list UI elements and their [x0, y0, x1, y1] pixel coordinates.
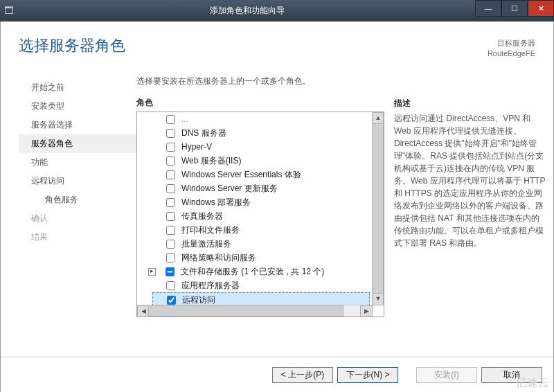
sidebar-step-3[interactable]: 服务器角色: [19, 134, 136, 153]
install-button[interactable]: 安装(I): [416, 367, 477, 383]
role-checkbox[interactable]: [166, 143, 175, 152]
role-text: 批量激活服务: [181, 238, 231, 250]
role-checkbox[interactable]: [166, 129, 175, 138]
role-text: Windows 部署服务: [181, 197, 251, 208]
description-label: 描述: [394, 98, 546, 112]
role-checkbox[interactable]: [166, 212, 175, 221]
sidebar-step-8: 结果: [19, 228, 136, 247]
description-column: 描述 远程访问通过 DirectAccess、VPN 和 Web 应用程序代理提…: [384, 75, 546, 344]
role-checkbox[interactable]: [166, 184, 175, 193]
role-item-0[interactable]: DNS 服务器: [152, 126, 373, 140]
role-text: 打印和文件服务: [181, 224, 240, 236]
role-item-7[interactable]: 打印和文件服务: [152, 223, 373, 237]
page-header: 选择服务器角色 目标服务器 RouteEdgeFE: [1, 21, 553, 75]
role-text: 传真服务器: [181, 211, 223, 222]
role-text: DNS 服务器: [181, 127, 226, 139]
role-checkbox[interactable]: [166, 267, 175, 276]
footer: < 上一步(P) 下一步(N) > 安装(I) 取消: [1, 357, 553, 392]
instruction-text: 选择要安装在所选服务器上的一个或多个角色。: [136, 75, 384, 97]
client-area: 选择服务器角色 目标服务器 RouteEdgeFE 开始之前安装类型服务器选择服…: [0, 21, 554, 392]
scroll-down-icon[interactable]: ▼: [373, 293, 384, 305]
role-text: Windows Server 更新服务: [181, 183, 278, 195]
horizontal-scrollbar[interactable]: ◀ ▶: [137, 305, 373, 317]
destination-value: RouteEdgeFE: [488, 48, 535, 59]
close-button[interactable]: ✕: [528, 0, 554, 17]
role-item-6[interactable]: 传真服务器: [152, 209, 373, 223]
role-checkbox[interactable]: [166, 157, 175, 166]
role-item-8[interactable]: 批量激活服务: [152, 237, 373, 251]
sidebar-step-0[interactable]: 开始之前: [19, 78, 136, 97]
sidebar-step-1[interactable]: 安装类型: [19, 97, 136, 116]
role-text: Web 服务器(IIS): [181, 155, 241, 167]
scroll-right-icon[interactable]: ▶: [360, 305, 373, 317]
main-columns: 开始之前安装类型服务器选择服务器角色功能远程访问角色服务确认结果 选择要安装在所…: [1, 75, 553, 344]
role-text: 应用程序服务器: [181, 280, 240, 292]
role-text: Windows Server Essentials 体验: [181, 169, 301, 181]
center-column: 选择要安装在所选服务器上的一个或多个角色。 角色 ... DNS 服务器Hype…: [136, 75, 384, 344]
window-buttons: — ☐ ✕: [475, 0, 554, 21]
sidebar-step-2[interactable]: 服务器选择: [19, 116, 136, 134]
role-checkbox[interactable]: [166, 281, 175, 290]
roles-list-inner: ... DNS 服务器Hyper-VWeb 服务器(IIS)Windows Se…: [137, 112, 373, 305]
role-checkbox[interactable]: [166, 253, 175, 262]
hscroll-thumb[interactable]: [148, 305, 343, 317]
roles-label: 角色: [136, 97, 384, 112]
description-body: 远程访问通过 DirectAccess、VPN 和 Web 应用程序代理提供无缝…: [394, 112, 546, 249]
role-item-5[interactable]: Windows 部署服务: [152, 195, 373, 209]
role-checkbox[interactable]: [166, 198, 175, 207]
wizard-sidebar: 开始之前安装类型服务器选择服务器角色功能远程访问角色服务确认结果: [19, 75, 136, 344]
role-item-4[interactable]: Windows Server 更新服务: [152, 181, 373, 195]
sidebar-step-7: 确认: [19, 209, 136, 228]
role-checkbox[interactable]: [166, 226, 175, 235]
page-title: 选择服务器角色: [19, 35, 125, 56]
role-text: ...: [181, 114, 188, 124]
roles-listbox[interactable]: ... DNS 服务器Hyper-VWeb 服务器(IIS)Windows Se…: [136, 112, 384, 317]
role-text: Hyper-V: [181, 142, 212, 152]
role-item-9[interactable]: 网络策略和访问服务: [152, 251, 373, 265]
sidebar-step-4[interactable]: 功能: [19, 153, 136, 172]
maximize-button[interactable]: ☐: [501, 0, 528, 17]
sidebar-step-6[interactable]: 角色服务: [19, 190, 136, 209]
window-title: 添加角色和功能向导: [19, 5, 475, 17]
prev-button[interactable]: < 上一步(P): [272, 367, 333, 383]
role-text: 网络策略和访问服务: [181, 252, 256, 264]
expand-icon[interactable]: ▸: [148, 268, 156, 276]
app-icon: 🗔: [4, 5, 15, 16]
role-item-2[interactable]: Web 服务器(IIS): [152, 154, 373, 168]
sidebar-step-5[interactable]: 远程访问: [19, 172, 136, 190]
role-checkbox[interactable]: [166, 170, 175, 179]
role-text: 远程访问: [182, 294, 215, 306]
role-item-partial-top: ...: [152, 112, 373, 126]
role-item-11[interactable]: 应用程序服务器: [152, 278, 373, 292]
role-text: 文件和存储服务 (1 个已安装 , 共 12 个): [181, 266, 324, 278]
role-item-3[interactable]: Windows Server Essentials 体验: [152, 168, 373, 181]
destination-label: 目标服务器: [488, 38, 535, 48]
role-checkbox[interactable]: [167, 296, 176, 305]
role-item-10[interactable]: ▸文件和存储服务 (1 个已安装 , 共 12 个): [152, 265, 373, 278]
role-checkbox[interactable]: [166, 115, 175, 124]
minimize-button[interactable]: —: [475, 0, 501, 17]
role-checkbox[interactable]: [166, 240, 175, 249]
role-item-12[interactable]: 远程访问: [152, 292, 370, 305]
destination-info: 目标服务器 RouteEdgeFE: [488, 35, 535, 60]
vertical-scrollbar[interactable]: ▲ ▼: [372, 112, 384, 305]
cancel-button[interactable]: 取消: [481, 367, 542, 383]
scroll-thumb[interactable]: [373, 123, 384, 294]
next-button[interactable]: 下一步(N) >: [337, 367, 398, 383]
role-item-1[interactable]: Hyper-V: [152, 140, 373, 154]
titlebar: 🗔 添加角色和功能向导 — ☐ ✕: [0, 0, 554, 21]
